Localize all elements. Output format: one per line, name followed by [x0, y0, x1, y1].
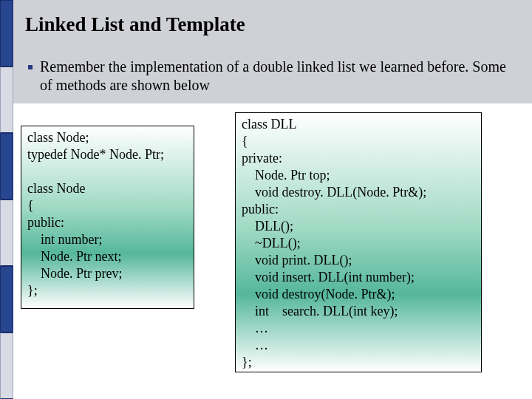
slide-title: Linked List and Template — [25, 13, 245, 36]
code-box-dll: class DLL { private: Node. Ptr top; void… — [235, 112, 482, 372]
bullet-item: Remember the implementation of a double … — [28, 58, 510, 95]
bullet-text: Remember the implementation of a double … — [40, 58, 510, 95]
slide: Linked List and Template Remember the im… — [0, 0, 532, 399]
decorative-left-bar — [0, 0, 13, 399]
bullet-icon — [28, 65, 33, 69]
code-box-node: class Node; typedef Node* Node. Ptr; cla… — [21, 126, 194, 309]
